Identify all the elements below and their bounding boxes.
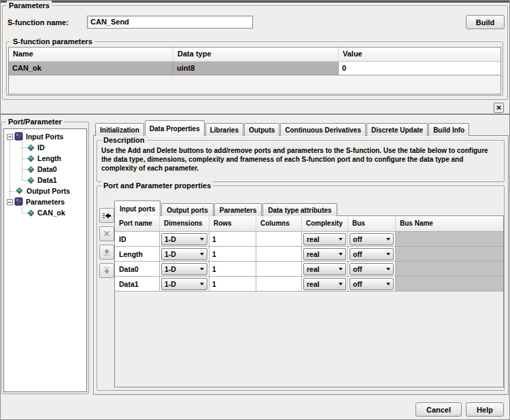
dropdown-arrow-icon	[339, 283, 343, 285]
tree-item-id[interactable]: ID	[37, 142, 45, 153]
rows-cell[interactable]: 1	[209, 262, 256, 276]
column-header-value[interactable]: Value	[339, 48, 500, 61]
port-diamond-icon	[28, 145, 35, 152]
main-tab-bar: Initialization Data Properties Libraries…	[95, 120, 470, 136]
tree-item-data0[interactable]: Data0	[37, 164, 57, 175]
horizontal-splitter[interactable]	[0, 113, 510, 116]
column-header-dimensions[interactable]: Dimensions	[160, 216, 209, 231]
tab-libraries[interactable]: Libraries	[205, 123, 243, 136]
dimensions-dropdown[interactable]: 1-D	[161, 233, 207, 245]
tree-item-parameters[interactable]: Parameters	[26, 196, 65, 207]
description-text: Use the Add and Delete buttons to add/re…	[101, 146, 500, 173]
delete-port-button[interactable]: ✕	[99, 226, 114, 241]
port-properties-group-title: Port and Parameter properties	[101, 181, 213, 190]
port-name-cell[interactable]: Data0	[115, 262, 160, 276]
columns-cell[interactable]	[256, 262, 302, 276]
parameters-group-title: Parameters	[7, 1, 52, 10]
tree-connector	[10, 137, 10, 202]
cancel-button[interactable]: Cancel	[415, 402, 462, 417]
subtab-data-type-attributes[interactable]: Data type attributes	[262, 203, 337, 216]
column-header-complexity[interactable]: Complexity	[302, 216, 348, 231]
table-row[interactable]: CAN_ok uint8 0	[9, 62, 500, 75]
build-button[interactable]: Build	[466, 15, 505, 29]
collapse-toggle-parameters[interactable]	[7, 199, 13, 205]
column-header-bus-name[interactable]: Bus Name	[396, 216, 503, 231]
tab-initialization[interactable]: Initialization	[95, 123, 144, 136]
up-arrow-icon	[103, 248, 111, 256]
complexity-dropdown[interactable]: real	[303, 233, 346, 245]
tab-continuous-derivatives[interactable]: Continuous Derivatives	[280, 123, 366, 136]
bus-name-cell	[396, 262, 503, 276]
close-pane-button[interactable]: ✕	[494, 103, 504, 113]
sfunction-parameters-group-title: S-function parameters	[11, 37, 95, 46]
parameter-name-cell[interactable]: CAN_ok	[9, 62, 173, 75]
close-icon: ✕	[496, 105, 501, 111]
move-down-button[interactable]	[99, 263, 114, 278]
dimensions-dropdown[interactable]: 1-D	[161, 278, 207, 290]
table-row[interactable]: Data1 1-D 1 real off	[115, 277, 503, 292]
tree-connector	[10, 191, 16, 192]
port-name-cell[interactable]: ID	[115, 232, 160, 246]
bus-dropdown[interactable]: off	[350, 263, 394, 275]
sfunction-name-input[interactable]: CAN_Send	[87, 16, 253, 29]
column-header-port-name[interactable]: Port name	[115, 216, 160, 231]
rows-cell[interactable]: 1	[209, 232, 256, 246]
add-port-icon	[102, 211, 112, 220]
port-properties-subtab-bar: Input ports Output ports Parameters Data…	[114, 200, 338, 216]
bus-name-cell	[396, 247, 503, 261]
tab-outputs[interactable]: Outputs	[244, 123, 279, 136]
bus-dropdown[interactable]: off	[350, 278, 394, 290]
dropdown-arrow-icon	[200, 268, 204, 270]
dropdown-arrow-icon	[339, 253, 343, 256]
tree-item-can-ok[interactable]: CAN_ok	[37, 207, 65, 218]
complexity-dropdown[interactable]: real	[303, 263, 346, 275]
add-port-button[interactable]	[99, 208, 114, 223]
column-header-name[interactable]: Name	[9, 48, 173, 61]
rows-cell[interactable]: 1	[209, 247, 256, 261]
dropdown-arrow-icon	[339, 268, 343, 270]
table-row[interactable]: ID 1-D 1 real off	[115, 232, 503, 247]
dropdown-arrow-icon	[339, 238, 343, 241]
collapse-toggle-input-ports[interactable]	[7, 134, 13, 140]
port-diamond-icon	[28, 167, 35, 173]
tree-item-data1[interactable]: Data1	[37, 175, 57, 186]
dimensions-dropdown[interactable]: 1-D	[161, 263, 207, 275]
dropdown-arrow-icon	[386, 238, 390, 241]
table-row[interactable]: Length 1-D 1 real off	[115, 247, 503, 262]
column-header-data-type[interactable]: Data type	[173, 48, 339, 61]
table-row[interactable]: Data0 1-D 1 real off	[115, 262, 503, 277]
sfunction-parameters-table: Name Data type Value CAN_ok uint8 0	[8, 47, 501, 94]
tab-data-properties[interactable]: Data Properties	[145, 120, 205, 136]
bus-name-cell	[396, 277, 503, 291]
subtab-output-ports[interactable]: Output ports	[161, 203, 214, 216]
bus-dropdown[interactable]: off	[350, 233, 394, 245]
dimensions-dropdown[interactable]: 1-D	[161, 248, 207, 260]
port-name-cell[interactable]: Data1	[115, 277, 160, 291]
columns-cell[interactable]	[256, 232, 302, 246]
column-header-rows[interactable]: Rows	[209, 216, 256, 231]
parameter-datatype-cell[interactable]: uint8	[173, 62, 339, 75]
tab-discrete-update[interactable]: Discrete Update	[367, 123, 428, 136]
bus-dropdown[interactable]: off	[350, 248, 394, 260]
move-up-button[interactable]	[99, 245, 114, 260]
columns-cell[interactable]	[256, 277, 302, 291]
rows-cell[interactable]: 1	[209, 277, 256, 291]
delete-icon: ✕	[103, 229, 110, 239]
complexity-dropdown[interactable]: real	[303, 278, 346, 290]
help-button[interactable]: Help	[466, 402, 504, 417]
ports-group-icon	[14, 132, 23, 141]
complexity-dropdown[interactable]: real	[303, 248, 346, 260]
tree-item-output-ports[interactable]: Output Ports	[27, 186, 70, 196]
column-header-bus[interactable]: Bus	[348, 216, 396, 231]
subtab-input-ports[interactable]: Input ports	[114, 200, 160, 216]
parameter-value-cell[interactable]: 0	[339, 62, 500, 75]
port-name-cell[interactable]: Length	[115, 247, 160, 261]
tree-item-input-ports[interactable]: Input Ports	[26, 131, 63, 142]
dropdown-arrow-icon	[386, 253, 390, 256]
tree-item-length[interactable]: Length	[37, 153, 61, 164]
column-header-columns[interactable]: Columns	[256, 216, 302, 231]
columns-cell[interactable]	[256, 247, 302, 261]
subtab-parameters[interactable]: Parameters	[214, 203, 262, 216]
port-diamond-icon	[28, 156, 35, 162]
tab-build-info[interactable]: Build Info	[428, 123, 469, 136]
